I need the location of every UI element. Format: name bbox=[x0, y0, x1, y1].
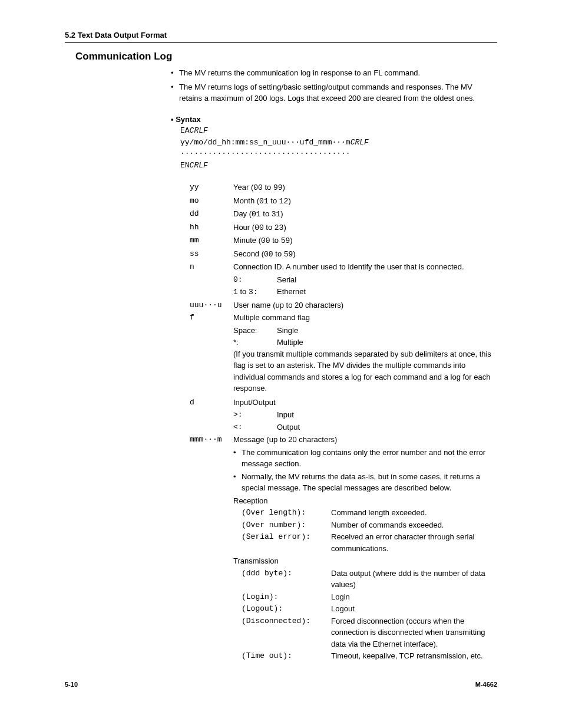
bullet-text: Normally, the MV returns the data as-is,… bbox=[242, 471, 497, 494]
msg-val: Logout bbox=[331, 603, 497, 615]
def-key: ss bbox=[190, 248, 233, 260]
syntax-label: • Syntax bbox=[171, 114, 497, 126]
page-footer: 5-10 M-4662 bbox=[65, 680, 497, 690]
intro-text: The MV returns logs of setting/basic set… bbox=[179, 81, 497, 104]
note: (If you transmit multiple commands separ… bbox=[233, 348, 497, 394]
definition-list: yy Year (00 to 99) mo Month (01 to 12) d… bbox=[190, 182, 497, 662]
msg-key: (Time out): bbox=[242, 650, 331, 662]
syntax-crlf: CRLF bbox=[351, 138, 369, 147]
bullet: • bbox=[233, 447, 242, 470]
msg-val: Forced disconnection (occurs when the co… bbox=[331, 615, 497, 650]
intro-block: • The MV returns the communication log i… bbox=[171, 67, 497, 104]
msg-key: (Disconnected): bbox=[242, 615, 331, 650]
def-val: Second (00 to 59) bbox=[233, 248, 497, 261]
msg-key: (Logout): bbox=[242, 603, 331, 615]
def-key: dd bbox=[190, 208, 233, 220]
bullet-text: The communication log contains only the … bbox=[242, 447, 497, 470]
def-row: mmm···m Message (up to 20 characters) • … bbox=[190, 434, 497, 662]
msg-heading: Reception bbox=[233, 495, 497, 507]
msg-val: Number of commands exceeded. bbox=[331, 519, 497, 531]
msg-key: (Over length): bbox=[242, 507, 331, 519]
def-row: d Input/Output >: Input <: Output bbox=[190, 397, 497, 433]
sub-val: Ethernet bbox=[277, 286, 497, 298]
syntax-crlf: CRLF bbox=[190, 126, 208, 135]
def-row: f Multiple command flag Space: Single *:… bbox=[190, 312, 497, 396]
msg-val: Data output (where ddd is the number of … bbox=[331, 568, 497, 591]
def-row: dd Day (01 to 31) bbox=[190, 208, 497, 220]
sub-key: Space: bbox=[233, 325, 277, 337]
def-row: n Connection ID. A number used to identi… bbox=[190, 261, 497, 298]
def-row: ss Second (00 to 59) bbox=[190, 248, 497, 261]
sub-val: Input bbox=[277, 409, 497, 421]
msg-val: Received an error character through seri… bbox=[331, 531, 497, 554]
doc-number: M-4662 bbox=[475, 680, 497, 690]
msg-key: (Serial error): bbox=[242, 531, 331, 554]
section-header: 5.2 Text Data Output Format bbox=[65, 29, 497, 43]
def-val: Minute (00 to 59) bbox=[233, 235, 497, 247]
def-key: yy bbox=[190, 182, 233, 193]
page-title: Communication Log bbox=[75, 49, 497, 64]
syntax-line: EN bbox=[180, 161, 190, 170]
page-number: 5-10 bbox=[65, 680, 78, 690]
def-row: uuu···u User name (up to 20 characters) bbox=[190, 299, 497, 311]
def-key: mo bbox=[190, 195, 233, 207]
def-val: Input/Output >: Input <: Output bbox=[233, 397, 497, 433]
msg-heading: Transmission bbox=[233, 555, 497, 567]
def-val: Connection ID. A number used to identify… bbox=[233, 261, 497, 298]
sub-key: >: bbox=[233, 409, 277, 421]
msg-key: (ddd byte): bbox=[242, 568, 331, 591]
msg-val: Command length exceeded. bbox=[331, 507, 497, 519]
bullet: • bbox=[171, 67, 179, 79]
intro-text: The MV returns the communication log in … bbox=[179, 67, 497, 79]
def-row: yy Year (00 to 99) bbox=[190, 182, 497, 194]
sub-val: Multiple bbox=[277, 337, 497, 348]
def-val: Day (01 to 31) bbox=[233, 208, 497, 220]
syntax-line: ····································· bbox=[180, 149, 351, 158]
def-row: hh Hour (00 to 23) bbox=[190, 222, 497, 234]
sub-key: <: bbox=[233, 421, 277, 433]
def-row: mo Month (01 to 12) bbox=[190, 195, 497, 207]
def-key: d bbox=[190, 397, 233, 409]
sub-key: 0: bbox=[233, 274, 277, 286]
sub-key: *: bbox=[233, 337, 277, 348]
sub-key: 1 to 3: bbox=[233, 286, 277, 298]
msg-val: Timeout, keepalive, TCP retransmission, … bbox=[331, 650, 497, 662]
def-key: hh bbox=[190, 222, 233, 233]
def-val: Multiple command flag Space: Single *: M… bbox=[233, 312, 497, 396]
msg-key: (Login): bbox=[242, 591, 331, 603]
syntax-block: EACRLF yy/mo/dd_hh:mm:ss_n_uuu···ufd_mmm… bbox=[180, 125, 497, 171]
syntax-crlf: CRLF bbox=[190, 161, 208, 170]
def-key: uuu···u bbox=[190, 299, 233, 311]
sub-val: Single bbox=[277, 325, 497, 337]
def-val: Year (00 to 99) bbox=[233, 182, 497, 194]
sub-val: Output bbox=[277, 421, 497, 433]
msg-val: Login bbox=[331, 591, 497, 603]
syntax-line: yy/mo/dd_hh:mm:ss_n_uuu···ufd_mmm···m bbox=[180, 138, 351, 147]
def-val: Message (up to 20 characters) • The comm… bbox=[233, 434, 497, 662]
def-val: Hour (00 to 23) bbox=[233, 222, 497, 234]
sub-val: Serial bbox=[277, 274, 497, 286]
def-row: mm Minute (00 to 59) bbox=[190, 235, 497, 247]
def-val: User name (up to 20 characters) bbox=[233, 299, 497, 311]
bullet: • bbox=[233, 471, 242, 494]
bullet: • bbox=[171, 81, 179, 104]
def-key: mmm···m bbox=[190, 434, 233, 446]
def-key: n bbox=[190, 261, 233, 273]
def-key: mm bbox=[190, 235, 233, 246]
syntax-line: EA bbox=[180, 126, 190, 135]
msg-key: (Over number): bbox=[242, 519, 331, 531]
def-val: Month (01 to 12) bbox=[233, 195, 497, 207]
def-key: f bbox=[190, 312, 233, 324]
